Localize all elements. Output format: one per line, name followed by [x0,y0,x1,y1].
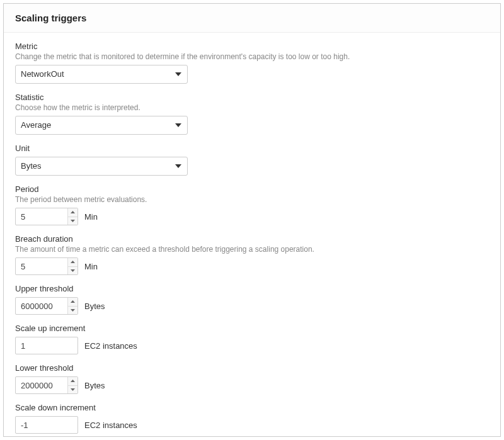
svg-marker-7 [71,300,75,303]
spinner-down-icon[interactable] [68,217,77,225]
svg-marker-9 [71,380,75,382]
statistic-help: Choose how the metric is interpreted. [15,103,489,112]
panel-title: Scaling triggers [15,13,489,23]
spinner-up-icon[interactable] [68,258,77,267]
scaleup-group: Scale up increment EC2 instances [15,324,489,354]
panel-body: Metric Change the metric that is monitor… [4,33,500,437]
svg-marker-8 [71,309,75,312]
spinner-down-icon[interactable] [68,307,77,315]
upper-value[interactable] [16,302,67,311]
lower-group: Lower threshold Bytes [15,363,489,394]
svg-marker-3 [71,211,75,213]
unit-label: Unit [15,144,489,153]
breach-label: Breach duration [15,234,489,244]
svg-marker-4 [71,220,75,222]
scaledown-label: Scale down increment [15,403,489,412]
period-label: Period [15,184,489,194]
period-suffix: Min [84,212,98,222]
unit-group: Unit Bytes [15,144,489,176]
lower-label: Lower threshold [15,363,489,373]
scaling-triggers-panel: Scaling triggers Metric Change the metri… [3,3,501,437]
upper-input[interactable] [15,297,78,315]
scaledown-input[interactable] [15,416,78,434]
scaleup-input[interactable] [15,337,78,354]
statistic-label: Statistic [15,93,489,102]
unit-select[interactable]: Bytes [15,157,188,176]
breach-value[interactable] [16,262,67,271]
spinner-up-icon[interactable] [68,208,77,217]
period-value[interactable] [16,212,67,222]
statistic-select[interactable]: Average [15,116,188,135]
upper-group: Upper threshold Bytes [15,284,489,315]
breach-input[interactable] [15,257,78,275]
scaledown-suffix: EC2 instances [84,420,137,430]
breach-group: Breach duration The amount of time a met… [15,234,489,275]
svg-marker-6 [71,269,75,272]
upper-label: Upper threshold [15,284,489,293]
scaledown-group: Scale down increment EC2 instances [15,403,489,434]
panel-header: Scaling triggers [4,4,500,33]
spinner-up-icon[interactable] [68,298,77,307]
statistic-value: Average [21,116,51,134]
breach-suffix: Min [84,262,98,271]
unit-value: Bytes [21,157,42,175]
metric-help: Change the metric that is monitored to d… [15,52,489,61]
metric-select[interactable]: NetworkOut [15,65,188,84]
svg-marker-5 [71,261,75,263]
scaleup-label: Scale up increment [15,324,489,333]
scaleup-value[interactable] [16,341,77,351]
period-group: Period The period between metric evaluat… [15,184,489,225]
breach-help: The amount of time a metric can exceed a… [15,245,489,254]
upper-suffix: Bytes [84,302,105,311]
period-input[interactable] [15,208,78,225]
metric-value: NetworkOut [21,65,64,83]
scaledown-value[interactable] [16,420,77,430]
spinner-down-icon[interactable] [68,386,77,394]
lower-value[interactable] [16,381,67,390]
metric-label: Metric [15,42,489,51]
period-help: The period between metric evaluations. [15,195,489,204]
svg-marker-10 [71,388,75,391]
spinner-up-icon[interactable] [68,377,77,386]
scaleup-suffix: EC2 instances [84,341,137,351]
lower-input[interactable] [15,376,78,394]
lower-suffix: Bytes [84,381,105,390]
metric-group: Metric Change the metric that is monitor… [15,42,489,84]
statistic-group: Statistic Choose how the metric is inter… [15,93,489,135]
spinner-down-icon[interactable] [68,267,77,275]
